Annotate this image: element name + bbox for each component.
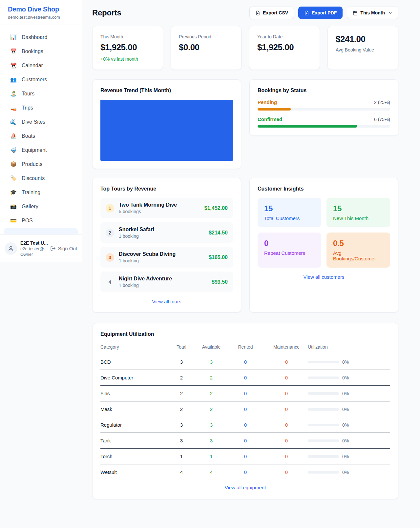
sidebar-item-label: Discounts <box>22 174 45 182</box>
export-csv-button[interactable]: Export CSV <box>249 7 294 19</box>
sidebar-item[interactable]: 🏷️ Discounts <box>4 171 78 185</box>
view-all-tours-link[interactable]: View all tours <box>100 299 233 304</box>
sidebar-item-icon: 🤿 <box>10 146 17 154</box>
tour-name: Two Tank Morning Dive <box>119 202 200 208</box>
tour-amount: $93.50 <box>212 279 228 285</box>
sidebar-item-icon: 🌊 <box>10 118 17 126</box>
equipment-rented: 0 <box>226 401 265 417</box>
insight-value: 0.5 <box>333 239 384 248</box>
sidebar-item-label: Customers <box>22 76 47 83</box>
equipment-maintenance: 0 <box>265 433 308 449</box>
status-progress-track <box>258 108 390 111</box>
brand-name: Demo Dive Shop <box>8 6 74 13</box>
equipment-row: Torch 1 1 0 0 0% <box>100 449 390 464</box>
sidebar-item[interactable]: 📊 Dashboard <box>4 30 78 44</box>
equipment-category: Dive Computer <box>100 370 166 386</box>
equipment-available: 2 <box>197 370 226 386</box>
stat-label: Avg Booking Value <box>336 47 390 52</box>
status-list: Pending 2 (25%) Confirmed 6 (75%) <box>258 99 390 128</box>
tour-meta: Snorkel Safari 1 booking <box>119 227 204 239</box>
sidebar-item-label: Dive Sites <box>22 118 45 126</box>
equipment-maintenance: 0 <box>265 417 308 433</box>
view-all-customers-link[interactable]: View all customers <box>258 274 390 280</box>
equipment-maintenance: 0 <box>265 464 308 478</box>
period-label: This Month <box>360 10 385 15</box>
sidebar-item-icon: 📸 <box>10 203 17 210</box>
insight-tiles: 15 Total Customers 15 New This Month 0 R… <box>258 198 390 268</box>
period-dropdown[interactable]: This Month <box>347 7 398 19</box>
file-download-icon <box>304 10 309 15</box>
utilization-progress-track <box>308 455 339 458</box>
tour-row: 3 Discover Scuba Diving 1 booking $165.0… <box>100 247 233 268</box>
insight-tile: 0 Repeat Customers <box>258 233 321 268</box>
equipment-rented: 0 <box>226 449 265 464</box>
sidebar-item-label: Boats <box>22 132 35 140</box>
sidebar-item-icon: 📅 <box>10 48 17 55</box>
sidebar-item[interactable]: 🏝️ Tours <box>4 87 78 101</box>
utilization-progress-track <box>308 361 339 363</box>
equipment-rented: 0 <box>226 370 265 386</box>
utilization-cell: 0% <box>308 375 390 380</box>
sidebar-item-icon: 💳 <box>10 217 17 224</box>
stat-card-avg-booking-value: $241.00 Avg Booking Value <box>327 26 398 70</box>
sidebar-item[interactable]: 📆 Calendar <box>4 58 78 72</box>
view-all-equipment-link[interactable]: View all equipment <box>100 485 390 490</box>
export-pdf-button[interactable]: Export PDF <box>298 7 343 19</box>
tour-bookings: 5 bookings <box>119 209 200 214</box>
insight-tile: 15 Total Customers <box>258 198 321 227</box>
sidebar-item-icon: 🏝️ <box>10 90 17 97</box>
sidebar-item[interactable]: 👥 Customers <box>4 72 78 87</box>
tour-meta: Discover Scuba Diving 1 booking <box>119 251 204 263</box>
equipment-rented: 0 <box>226 354 265 370</box>
equipment-total: 2 <box>166 401 197 417</box>
export-csv-label: Export CSV <box>263 10 288 15</box>
col-total: Total <box>166 342 197 354</box>
rank-badge: 3 <box>106 253 114 262</box>
sidebar-item-icon: 🚤 <box>10 104 17 112</box>
utilization-progress-track <box>308 471 339 474</box>
user-email: e2e-tester@... <box>20 246 47 251</box>
equipment-category: Fins <box>100 386 166 401</box>
equipment-category: Mask <box>100 401 166 417</box>
utilization-cell: 0% <box>308 391 390 396</box>
sidebar-item[interactable]: 📦 Products <box>4 157 78 171</box>
tour-row: 4 Night Dive Adventure 1 booking $93.50 <box>100 272 233 292</box>
brand: Demo Dive Shop demo.test.divestreams.com <box>0 0 82 25</box>
sidebar-item-label: Dashboard <box>22 33 47 41</box>
equipment-total: 2 <box>166 386 197 401</box>
revenue-trend-title: Revenue Trend (This Month) <box>100 88 233 93</box>
equipment-category: BCD <box>100 354 166 370</box>
insight-value: 0 <box>264 239 315 248</box>
tour-list: 1 Two Tank Morning Dive 5 bookings $1,45… <box>100 198 233 292</box>
sidebar-item[interactable]: 🌊 Dive Sites <box>4 115 78 129</box>
status-progress-track <box>258 125 390 128</box>
chevron-down-icon <box>388 11 392 15</box>
avatar <box>5 242 17 255</box>
insight-label: New This Month <box>333 215 384 221</box>
tour-bookings: 1 booking <box>119 283 207 288</box>
sidebar-item[interactable]: 🤿 Equipment <box>4 143 78 157</box>
utilization-cell: 0% <box>308 359 390 365</box>
sign-out-button[interactable]: Sign Out <box>50 246 77 251</box>
sidebar-item-icon: ⛵ <box>10 132 17 140</box>
sidebar-item-icon: 📊 <box>10 33 17 41</box>
sidebar-item[interactable]: 🎓 Training <box>4 185 78 199</box>
stat-card-this-month: This Month $1,925.00 +0% vs last month <box>92 26 163 70</box>
revenue-trend-bar <box>100 100 233 161</box>
utilization-percent: 0% <box>342 470 349 475</box>
tour-row: 2 Snorkel Safari 1 booking $214.50 <box>100 222 233 243</box>
sidebar-item[interactable]: 🚤 Trips <box>4 101 78 115</box>
equipment-row: Mask 2 2 0 0 0% <box>100 401 390 417</box>
logout-icon <box>50 246 56 251</box>
sidebar-nav: 📊 Dashboard 📅 Bookings 📆 Calendar 👥 Cust… <box>0 25 82 228</box>
sidebar-item[interactable]: 📸 Gallery <box>4 199 78 213</box>
tour-name: Discover Scuba Diving <box>119 251 204 257</box>
col-category: Category <box>100 342 166 354</box>
sidebar-item[interactable]: 📅 Bookings <box>4 44 78 58</box>
sidebar-item-active-partial[interactable] <box>4 228 78 234</box>
equipment-total: 3 <box>166 354 197 370</box>
equipment-rented: 0 <box>226 417 265 433</box>
sidebar-item[interactable]: ⛵ Boats <box>4 129 78 143</box>
equipment-available: 2 <box>197 401 226 417</box>
sidebar-item[interactable]: 💳 POS <box>4 213 78 228</box>
